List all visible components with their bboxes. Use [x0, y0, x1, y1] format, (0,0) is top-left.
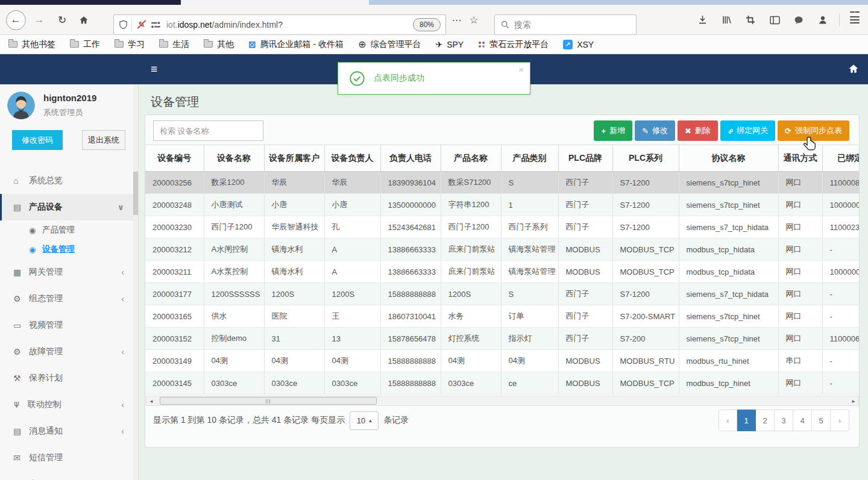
bookmark-item[interactable]: XSY [563, 40, 594, 49]
table-row[interactable]: 200003212A水闸控制镇海水利A13886663333庶来门前泵站镇海泵站… [145, 238, 859, 261]
table-row[interactable]: 200003165供水医院王18607310041水务订单西门子S7-200-S… [145, 305, 859, 328]
sidebar-item[interactable]: ◉ 设备管理 [0, 240, 134, 259]
sidebar-item[interactable]: ▤ 产品设备 ∨ [0, 194, 134, 220]
table-cell: 西门子 [558, 328, 612, 350]
table-row[interactable]: 2000031450303ce0303ce0303ce1588888888803… [145, 372, 859, 394]
sidebar-item[interactable]: ◉ 产品管理 [0, 220, 134, 240]
page-number-button[interactable]: 1 [737, 410, 756, 431]
column-header[interactable]: 设备名称 [204, 145, 264, 172]
table-cell: 西门子 [558, 172, 612, 194]
browser-home-button[interactable] [75, 5, 93, 35]
bookmark-item[interactable]: 学习 [115, 39, 145, 50]
column-header[interactable]: 通讯方式 [778, 145, 822, 172]
column-header[interactable]: 协议名称 [679, 145, 778, 172]
table-row[interactable]: 2000031771200SSSSSS1200S1200S15888888888… [145, 283, 859, 305]
table-header-row: 设备编号设备名称设备所属客户设备负责人负责人电话产品名称产品类别PLC品牌PLC… [145, 145, 859, 172]
zoom-indicator[interactable]: 80% [413, 18, 441, 31]
table-row[interactable]: 200003248小唐测试小唐小唐13500000000字符串12001西门子S… [145, 194, 859, 216]
back-button[interactable]: ← [5, 5, 27, 35]
action-button[interactable]: ✖ 删除 [678, 120, 718, 141]
column-header[interactable]: PLC系列 [612, 145, 679, 172]
bookmark-star-icon[interactable]: ☆ [465, 5, 482, 35]
table-row[interactable]: 20000314904测04测04测1588888888804测04测MODBU… [145, 350, 859, 372]
sidebar-item[interactable]: ▦ 网关管理 ‹ [0, 259, 134, 285]
table-row[interactable]: 200003256数采1200华辰华辰18390936104数采S71200S西… [145, 172, 859, 194]
scroll-right-arrow-icon[interactable]: ▸ [849, 396, 858, 405]
action-button[interactable]: ⟳ 强制同步点表 [778, 120, 849, 141]
page-actions-button[interactable]: ⋯ [448, 5, 465, 35]
sidebar-collapse-button[interactable]: ≡ [151, 54, 157, 84]
logout-button[interactable]: 退出系统 [82, 130, 125, 150]
library-button[interactable] [717, 5, 735, 35]
bookmark-item[interactable]: 工作 [70, 39, 100, 50]
app-home-button[interactable] [848, 63, 860, 75]
active-tab[interactable] [0, 0, 181, 5]
action-button[interactable]: + 新增 [594, 120, 632, 141]
page-number-button[interactable]: 4 [793, 410, 812, 431]
reload-button[interactable]: ↻ [53, 5, 71, 35]
forward-button[interactable]: → [30, 5, 48, 35]
permissions-icon[interactable] [151, 21, 160, 29]
screenshot-button[interactable] [741, 5, 760, 35]
column-header[interactable]: 设备所属客户 [264, 145, 324, 172]
column-header[interactable]: 产品类别 [501, 145, 558, 172]
column-header[interactable]: 已绑定网关 [822, 145, 859, 172]
column-header[interactable]: PLC品牌 [558, 145, 612, 172]
sidebar-item[interactable]: ⚒ 保养计划 [0, 365, 134, 391]
table-cell: S7-1200 [612, 216, 679, 238]
table-row[interactable]: 200003211A水泵控制镇海水利A13886663333庶来门前泵站镇海泵站… [145, 261, 859, 283]
bookmark-item[interactable]: 综合管理平台 [358, 39, 421, 50]
toast-close-icon[interactable]: × [518, 64, 524, 75]
horizontal-scrollbar-thumb[interactable] [160, 397, 377, 405]
device-search-input[interactable] [153, 120, 263, 141]
next-page-button[interactable]: › [831, 410, 849, 431]
scroll-left-arrow-icon[interactable]: ◂ [146, 396, 156, 405]
sidebar-scrollbar[interactable] [133, 84, 138, 480]
bookmark-item[interactable]: 其他 [204, 39, 234, 50]
page-size-select[interactable]: 10 ▴ [350, 411, 379, 430]
table-cell: A水闸控制 [204, 238, 264, 261]
bookmark-item[interactable]: SPY [435, 40, 464, 49]
url-text[interactable]: iot.idosp.net/admin/index.html? [166, 20, 409, 30]
horizontal-scrollbar[interactable]: ◂ ▸ [146, 396, 859, 406]
page-number-button[interactable]: 3 [775, 410, 793, 431]
url-bar[interactable]: ✎ iot.idosp.net/admin/index.html? 80% [113, 14, 446, 35]
sidebar-item[interactable]: ✉ 短信管理 [0, 444, 134, 471]
sidebar-item[interactable]: ▭ 视频管理 [0, 312, 134, 338]
sidebar-item[interactable]: ⚙ 组态管理 ‹ [0, 285, 134, 312]
column-header[interactable]: 设备负责人 [324, 145, 380, 172]
change-password-button[interactable]: 修改密码 [12, 130, 63, 150]
pocket-button[interactable] [790, 5, 808, 35]
column-header[interactable]: 产品名称 [441, 145, 501, 172]
sidebar-item[interactable]: ⋔ 联动控制 ‹ [0, 391, 134, 418]
browser-menu-button[interactable]: ↑ [845, 5, 864, 35]
shield-icon[interactable] [119, 20, 128, 30]
sidebar-toggle-button[interactable] [766, 5, 784, 35]
action-button[interactable]: ✎ 修改 [635, 120, 675, 141]
bookmark-item[interactable]: 萤石云开放平台 [478, 39, 549, 50]
download-button[interactable] [693, 5, 711, 35]
browser-search-input[interactable] [514, 20, 617, 30]
page-number-button[interactable]: 2 [756, 410, 775, 431]
page-number-button[interactable]: 5 [812, 410, 831, 431]
sidebar-item[interactable]: ▤ 消息通知 ‹ [0, 418, 134, 444]
account-button[interactable] [814, 5, 832, 35]
prev-page-button[interactable]: ‹ [719, 410, 737, 431]
column-header[interactable]: 设备编号 [145, 145, 204, 172]
bookmark-item[interactable]: 腾讯企业邮箱 - 收件箱 [248, 39, 344, 50]
table-row[interactable]: 200003230西门子1200华辰智通科技孔15243642681西门子120… [145, 216, 859, 238]
browser-search-bar[interactable] [494, 14, 637, 35]
sidebar-item[interactable]: ⌂ 系统总览 [0, 167, 134, 194]
sidebar-scrollbar-thumb[interactable] [133, 172, 138, 215]
avatar[interactable] [7, 92, 35, 119]
sidebar-item[interactable]: ▦ 大屏管理 [0, 471, 134, 480]
pencil-slash-icon[interactable]: ✎ [137, 20, 146, 30]
table-cell: 04测 [204, 350, 264, 372]
column-header[interactable]: 负责人电话 [380, 145, 441, 172]
action-button[interactable]: ∞ 绑定网关 [720, 120, 775, 141]
bookmark-item[interactable]: 生活 [159, 39, 189, 50]
bookmark-item[interactable]: 其他书签 [8, 39, 55, 50]
table-row[interactable]: 200003152控制demo311315878656478灯控系统指示灯西门子… [145, 328, 859, 350]
sidebar-item[interactable]: ⚙ 故障管理 ‹ [0, 338, 134, 365]
table-cell: MODBUS_TCP [612, 372, 679, 394]
